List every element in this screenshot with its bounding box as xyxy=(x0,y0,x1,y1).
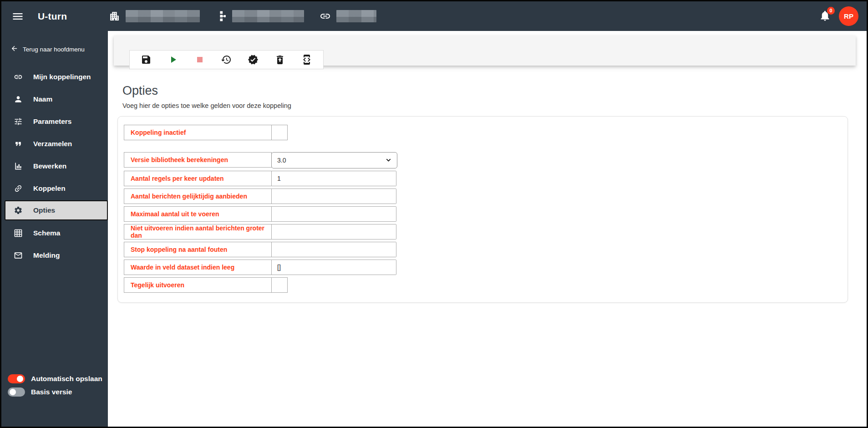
form-row: Stop koppeling na aantal fouten xyxy=(124,242,848,257)
page-title: Opties xyxy=(122,84,158,98)
sidebar-item-label: Mijn koppelingen xyxy=(33,73,91,81)
page-subtitle: Voeg hier de opties toe welke gelden voo… xyxy=(122,102,291,109)
option-label: Aantal regels per keer updaten xyxy=(124,171,272,186)
menu-icon xyxy=(11,10,24,23)
sidebar-item-parameters[interactable]: Parameters xyxy=(1,110,108,132)
chain-icon xyxy=(14,184,23,193)
redacted-text xyxy=(126,10,200,22)
save-icon xyxy=(141,54,152,65)
option-input[interactable] xyxy=(272,242,396,257)
option-input[interactable] xyxy=(272,189,396,204)
option-input[interactable] xyxy=(272,260,396,275)
form-row: Versie bibliotheek berekeningen3.0 xyxy=(124,152,848,168)
option-select[interactable]: 3.0 xyxy=(271,152,397,168)
hamburger-menu-icon[interactable] xyxy=(11,10,24,23)
option-input[interactable] xyxy=(272,224,396,239)
notifications-button[interactable]: 0 xyxy=(818,10,832,23)
toggle-label: Basis versie xyxy=(31,388,72,396)
sidebar-item-koppelen[interactable]: Koppelen xyxy=(1,177,108,199)
bar-chart-icon xyxy=(14,162,23,171)
arrow-left-icon xyxy=(10,45,18,52)
arrow-left-icon xyxy=(10,45,18,54)
option-select-wrap: 3.0 xyxy=(271,152,397,168)
option-label: Niet uitvoeren indien aantal berichten g… xyxy=(124,224,272,239)
redacted-text xyxy=(232,10,304,22)
navbar-right: 0 RP xyxy=(818,6,858,26)
app-window: U-turn 0 RP Terug naar hoofdmenu Mijn ko… xyxy=(0,0,868,428)
sidebar-item-label: Koppelen xyxy=(33,184,66,193)
redacted-text xyxy=(336,10,376,22)
sidebar: Terug naar hoofdmenu Mijn koppelingenNaa… xyxy=(1,31,108,427)
option-input[interactable] xyxy=(272,206,396,222)
developer-mode-icon xyxy=(301,54,312,65)
toggle-switch[interactable] xyxy=(8,374,25,383)
grid-icon xyxy=(14,229,23,238)
toolbar-band xyxy=(114,36,856,66)
option-label: Maximaal aantal uit te voeren xyxy=(124,206,272,222)
link-icon xyxy=(14,72,23,82)
navbar-segment-2[interactable] xyxy=(320,10,376,22)
options-card: Koppeling inactiefVersie bibliotheek ber… xyxy=(117,116,848,303)
toggle-knob xyxy=(17,376,23,382)
sidebar-item-schema[interactable]: Schema xyxy=(1,222,108,244)
sidebar-item-opties[interactable]: Opties xyxy=(5,200,108,220)
form-row: Niet uitvoeren indien aantal berichten g… xyxy=(124,224,848,239)
notification-badge: 0 xyxy=(827,7,835,15)
option-label: Versie bibliotheek berekeningen xyxy=(124,152,272,168)
toggle-knob xyxy=(10,389,16,395)
verified-icon xyxy=(248,54,259,65)
gear-icon xyxy=(14,206,23,215)
option-label: Koppeling inactief xyxy=(124,125,272,140)
hierarchy-icon xyxy=(215,10,227,22)
developer-mode-button[interactable] xyxy=(301,54,313,66)
form-row: Waarde in veld dataset indien leeg xyxy=(124,260,848,275)
back-link-label: Terug naar hoofdmenu xyxy=(23,46,85,53)
validate-button[interactable] xyxy=(247,54,259,66)
restore-trash-button[interactable] xyxy=(274,54,286,66)
sidebar-item-melding[interactable]: Melding xyxy=(1,244,108,266)
bell-icon xyxy=(819,16,831,23)
navbar-segment-1[interactable] xyxy=(215,10,304,22)
sidebar-item-label: Schema xyxy=(33,229,60,237)
stop-button[interactable] xyxy=(194,54,206,66)
option-checkbox[interactable] xyxy=(272,277,288,293)
sidebar-item-mijn-koppelingen[interactable]: Mijn koppelingen xyxy=(1,66,108,88)
sidebar-nav: Mijn koppelingenNaamParametersVerzamelen… xyxy=(1,66,108,266)
save-button[interactable] xyxy=(140,54,152,66)
building-icon xyxy=(109,10,120,22)
form-row: Koppeling inactief xyxy=(124,125,848,140)
navbar-context-segments xyxy=(109,10,376,22)
run-button[interactable] xyxy=(167,54,179,66)
play-icon xyxy=(168,54,178,65)
toggle-label: Automatisch opslaan xyxy=(31,375,102,383)
option-label: Aantal berichten gelijktijdig aanbieden xyxy=(124,189,272,204)
tune-icon xyxy=(14,117,23,126)
sidebar-item-label: Bewerken xyxy=(33,162,66,170)
restore-trash-icon xyxy=(274,54,285,65)
form-row: Aantal regels per keer updaten xyxy=(124,171,848,186)
sidebar-item-label: Naam xyxy=(33,95,52,103)
sidebar-item-bewerken[interactable]: Bewerken xyxy=(1,155,108,177)
form-row: Aantal berichten gelijktijdig aanbieden xyxy=(124,189,848,204)
option-label: Stop koppeling na aantal fouten xyxy=(124,242,272,257)
top-navbar: U-turn 0 RP xyxy=(1,1,867,31)
toggle-switch[interactable] xyxy=(8,387,25,397)
back-to-main-menu-link[interactable]: Terug naar hoofdmenu xyxy=(10,45,85,54)
form-row: Maximaal aantal uit te voeren xyxy=(124,206,848,222)
person-icon xyxy=(14,95,23,104)
option-label: Tegelijk uitvoeren xyxy=(124,277,272,293)
app-title: U-turn xyxy=(38,11,67,22)
sidebar-item-naam[interactable]: Naam xyxy=(1,88,108,110)
sidebar-item-label: Verzamelen xyxy=(33,140,72,148)
history-button[interactable] xyxy=(220,54,232,66)
option-checkbox[interactable] xyxy=(272,125,288,140)
main-content: Opties Voeg hier de opties toe welke gel… xyxy=(108,31,867,427)
avatar[interactable]: RP xyxy=(839,6,858,26)
link-icon xyxy=(320,10,331,22)
sidebar-item-verzamelen[interactable]: Verzamelen xyxy=(1,132,108,155)
stop-icon xyxy=(194,54,205,65)
envelope-icon xyxy=(14,251,23,260)
quote-icon xyxy=(14,139,23,148)
option-input[interactable] xyxy=(272,171,396,186)
navbar-segment-0[interactable] xyxy=(109,10,200,22)
